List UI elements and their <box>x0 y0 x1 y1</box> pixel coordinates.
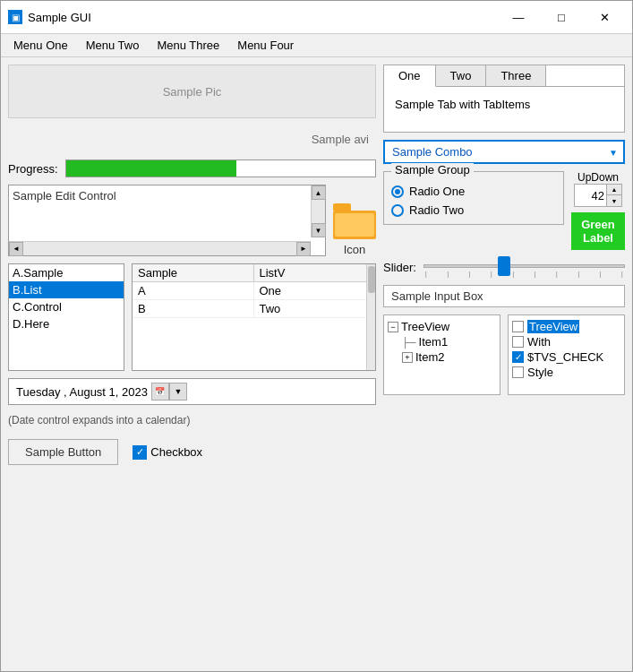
tree-item-item1[interactable]: ├─ Item1 <box>388 334 496 349</box>
listview-cell-a2: B <box>133 300 254 317</box>
updown-green-col: UpDown ▲ ▼ Green Label <box>571 171 625 250</box>
listview-col-sample[interactable]: Sample <box>133 264 254 281</box>
green-label: Green Label <box>571 212 625 250</box>
updown-control[interactable]: ▲ ▼ <box>574 184 622 207</box>
scrollbar-horizontal[interactable]: ◄ ► <box>9 241 311 255</box>
tree-label-treeview: TreeView <box>401 320 449 333</box>
scroll-left-button[interactable]: ◄ <box>9 242 23 256</box>
tab-three[interactable]: Three <box>486 65 546 86</box>
scrollbar-vertical[interactable]: ▲ ▼ <box>311 185 325 237</box>
checkbox-list[interactable]: TreeView With ✓ $TVS_CHECK Style <box>508 314 625 395</box>
maximize-button[interactable]: □ <box>541 4 582 30</box>
tab-content: Sample Tab with TabItems <box>384 87 624 132</box>
checkbox-box[interactable]: ✓ <box>133 445 147 460</box>
edit-area: Sample Edit Control ▲ ▼ ◄ ► <box>8 185 376 256</box>
folder-tab <box>333 203 351 211</box>
sample-pic-area: Sample Pic <box>8 65 376 118</box>
folder-body <box>333 211 376 239</box>
edit-control-box[interactable]: Sample Edit Control ▲ ▼ ◄ ► <box>8 185 326 256</box>
scroll-up-button[interactable]: ▲ <box>312 185 326 200</box>
chk-box-treeview[interactable] <box>512 321 524 332</box>
tick-9: | <box>599 270 601 278</box>
listview-scrollbar[interactable] <box>366 264 375 370</box>
title-buttons: — □ ✕ <box>498 4 625 30</box>
listbox[interactable]: A.Sample B.List C.Control D.Here <box>8 263 124 371</box>
chk-item-with[interactable]: With <box>512 334 620 349</box>
tree-expand-root[interactable]: − <box>388 322 398 332</box>
tree-item-item2[interactable]: + Item2 <box>388 349 496 365</box>
chk-label-tvs: $TVS_CHECK <box>527 350 603 364</box>
updown-up-button[interactable]: ▲ <box>607 185 621 195</box>
tab-one[interactable]: One <box>384 65 436 87</box>
bottom-row: Sample Button ✓ Checkbox <box>8 439 376 465</box>
green-label-line1: Green <box>580 218 616 231</box>
list-area: A.Sample B.List C.Control D.Here Sample … <box>8 263 376 371</box>
date-control[interactable]: Tuesday , August 1, 2023 📅 ▼ <box>8 378 376 405</box>
input-box[interactable] <box>383 285 625 307</box>
listbox-item-a[interactable]: A.Sample <box>9 264 124 281</box>
listview-cell-a1: A <box>133 282 254 299</box>
chk-item-style[interactable]: Style <box>512 365 620 380</box>
avi-label: Sample avi <box>312 133 369 146</box>
slider-track[interactable] <box>423 264 625 268</box>
chk-label-treeview: TreeView <box>527 320 579 333</box>
tick-10: | <box>621 270 623 278</box>
chk-box-tvs[interactable]: ✓ <box>512 351 524 363</box>
listview[interactable]: Sample ListV A One B Two <box>132 263 376 371</box>
minimize-button[interactable]: — <box>498 4 539 30</box>
updown-label: UpDown <box>577 171 619 184</box>
progress-fill <box>66 160 236 177</box>
listview-col-listv[interactable]: ListV <box>254 264 376 281</box>
tree-item-treeview[interactable]: − TreeView <box>388 319 496 334</box>
left-panel: Sample Pic Sample avi Progress: Sample E… <box>8 65 376 664</box>
date-dropdown-arrow[interactable]: ▼ <box>169 383 187 401</box>
scroll-down-button[interactable]: ▼ <box>312 223 326 237</box>
chk-label-with: With <box>527 335 551 349</box>
chk-item-tvs[interactable]: ✓ $TVS_CHECK <box>512 349 620 365</box>
listbox-item-b[interactable]: B.List <box>9 281 124 298</box>
treeview[interactable]: − TreeView ├─ Item1 + Item2 <box>383 314 500 395</box>
listview-row-1[interactable]: A One <box>133 282 375 300</box>
tree-line-1: ├─ <box>402 337 416 348</box>
checkbox-row[interactable]: ✓ Checkbox <box>133 445 202 460</box>
tab-control: One Two Three Sample Tab with TabItems <box>383 65 625 133</box>
group-box: Sample Group Radio One Radio Two <box>383 171 564 225</box>
chk-box-with[interactable] <box>512 336 524 348</box>
chk-box-style[interactable] <box>512 366 524 378</box>
combo-select[interactable]: Sample Combo Option 1 Option 2 <box>383 140 625 164</box>
combo-wrapper[interactable]: Sample Combo Option 1 Option 2 ▼ <box>383 140 625 164</box>
tree-label-item2: Item2 <box>415 350 445 364</box>
tree-expand-item2[interactable]: + <box>402 352 413 363</box>
updown-area: UpDown ▲ ▼ <box>574 171 622 207</box>
radio-one-button[interactable] <box>391 185 404 198</box>
listbox-item-c[interactable]: C.Control <box>9 298 124 315</box>
date-value: Tuesday , August 1, 2023 <box>16 385 148 399</box>
close-button[interactable]: ✕ <box>584 4 625 30</box>
folder-icon <box>333 203 376 239</box>
chk-item-treeview[interactable]: TreeView <box>512 319 620 334</box>
listbox-item-d[interactable]: D.Here <box>9 315 124 332</box>
title-bar: ▣ Sample GUI — □ ✕ <box>1 1 632 34</box>
slider-container: | | | | | | | | | | <box>423 257 625 278</box>
slider-thumb[interactable] <box>498 256 510 276</box>
updown-input[interactable] <box>575 185 607 206</box>
window-icon: ▣ <box>8 10 22 24</box>
menu-item-three[interactable]: Menu Three <box>148 36 228 55</box>
right-panel: One Two Three Sample Tab with TabItems S… <box>383 65 625 664</box>
date-calendar-icon[interactable]: 📅 <box>151 383 169 401</box>
sample-button[interactable]: Sample Button <box>8 439 118 465</box>
radio-one-row[interactable]: Radio One <box>391 185 556 198</box>
menu-item-one[interactable]: Menu One <box>4 36 77 55</box>
updown-down-button[interactable]: ▼ <box>607 195 621 206</box>
window-title: Sample GUI <box>28 11 498 24</box>
slider-row: Slider: | | | | | | | | | <box>383 257 625 278</box>
listview-row-2[interactable]: B Two <box>133 300 375 318</box>
radio-two-button[interactable] <box>391 204 404 217</box>
menu-bar: Menu One Menu Two Menu Three Menu Four <box>1 34 632 57</box>
chk-label-style: Style <box>527 366 553 379</box>
tab-two[interactable]: Two <box>436 65 487 86</box>
radio-two-row[interactable]: Radio Two <box>391 203 556 217</box>
menu-item-four[interactable]: Menu Four <box>228 36 303 55</box>
menu-item-two[interactable]: Menu Two <box>77 36 149 55</box>
scroll-right-button[interactable]: ► <box>296 242 311 256</box>
